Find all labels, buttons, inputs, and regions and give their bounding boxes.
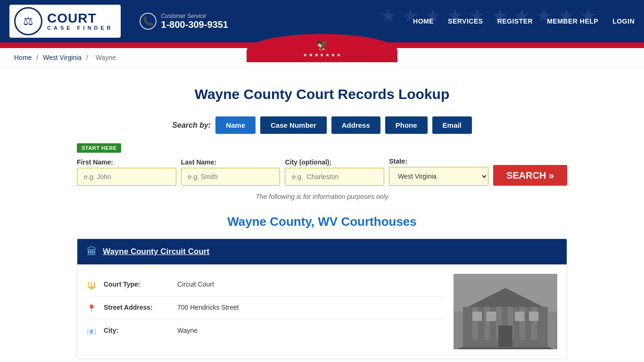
state-label: State: <box>389 157 488 165</box>
tab-phone[interactable]: Phone <box>385 116 428 134</box>
breadcrumb-state[interactable]: West Virginia <box>43 54 82 61</box>
start-here-badge: START HERE <box>77 143 121 153</box>
stars-line: ★ ★ ★ ★ ★ ★ ★ <box>303 52 341 58</box>
cs-phone: 1-800-309-9351 <box>161 19 228 30</box>
court-type-row: 🔱 Court Type: Circuit Court <box>87 274 444 297</box>
logo-emblem: ⚖ <box>14 7 42 35</box>
breadcrumb-sep1: / <box>36 54 40 61</box>
nav-login[interactable]: LOGIN <box>612 17 635 25</box>
logo-case-finder-text: CASE FINDER <box>47 25 114 31</box>
courthouse-card: 🏛 Wayne County Circuit Court 🔱 Court Typ… <box>77 239 567 359</box>
city-detail-value: Wayne <box>177 327 198 334</box>
eagle-icon: 🦅 <box>316 39 329 51</box>
courthouse-name[interactable]: Wayne County Circuit Court <box>103 247 209 256</box>
customer-service: 📞 Customer Service 1-800-309-9351 <box>140 13 228 30</box>
address-row: 📍 Street Address: 700 Hendricks Street <box>87 297 444 320</box>
nav-services[interactable]: SERVICES <box>448 17 483 25</box>
court-type-label: Court Type: <box>104 280 170 288</box>
first-name-input[interactable] <box>77 168 176 186</box>
search-button[interactable]: SEARCH » <box>493 165 567 186</box>
state-select[interactable]: West Virginia AlabamaAlaskaArizona Arkan… <box>389 167 488 186</box>
tab-name[interactable]: Name <box>215 116 256 134</box>
logo-text: COURT CASE FINDER <box>47 12 114 31</box>
city-group: City (optional): <box>285 158 384 186</box>
city-label: City (optional): <box>285 158 384 166</box>
courthouses-title: Wayne County, WV Courthouses <box>77 214 567 229</box>
breadcrumb-sep2: / <box>86 54 90 61</box>
location-pin-icon: 📍 <box>87 304 96 313</box>
page-title: Wayne County Court Records Lookup <box>77 86 567 102</box>
search-by-label: Search by: <box>172 121 211 130</box>
courthouse-building-svg <box>454 274 557 349</box>
state-group: State: West Virginia AlabamaAlaskaArizon… <box>389 157 488 186</box>
svg-rect-17 <box>454 274 557 349</box>
cs-label: Customer Service <box>161 13 228 19</box>
ribbon: 🦅 ★ ★ ★ ★ ★ ★ ★ <box>0 42 644 48</box>
courthouse-details: 🔱 Court Type: Circuit Court 📍 Street Add… <box>87 274 444 349</box>
last-name-input[interactable] <box>181 168 281 186</box>
main-nav: HOME SERVICES REGISTER MEMBER HELP LOGIN <box>413 17 635 25</box>
city-input[interactable] <box>285 168 384 186</box>
main-content: Wayne County Court Records Lookup Search… <box>63 67 581 362</box>
nav-register[interactable]: REGISTER <box>497 17 533 25</box>
tab-case-number[interactable]: Case Number <box>260 116 327 134</box>
nav-home[interactable]: HOME <box>413 17 434 25</box>
address-value: 700 Hendricks Street <box>177 304 239 311</box>
nav-member-help[interactable]: MEMBER HELP <box>547 17 598 25</box>
last-name-group: Last Name: <box>181 158 281 186</box>
address-label: Street Address: <box>104 304 170 311</box>
last-name-label: Last Name: <box>181 158 281 166</box>
court-type-value: Circuit Court <box>177 280 214 288</box>
first-name-group: First Name: <box>77 158 176 186</box>
city-detail-label: City: <box>104 327 170 334</box>
search-tabs-row: Search by: Name Case Number Address Phon… <box>77 116 567 134</box>
logo[interactable]: ⚖ COURT CASE FINDER <box>9 5 121 38</box>
courthouse-header: 🏛 Wayne County Circuit Court <box>77 239 567 264</box>
city-row: 📧 City: Wayne <box>87 320 444 343</box>
phone-icon: 📞 <box>140 13 157 30</box>
courthouse-building-icon: 🏛 <box>87 246 97 258</box>
city-icon: 📧 <box>87 327 96 336</box>
gavel-icon: 🔱 <box>87 281 96 290</box>
tab-address[interactable]: Address <box>331 116 380 134</box>
courthouse-body: 🔱 Court Type: Circuit Court 📍 Street Add… <box>77 264 567 359</box>
breadcrumb-county: Wayne <box>96 54 116 61</box>
logo-court-text: COURT <box>47 12 114 25</box>
search-form: First Name: Last Name: City (optional): … <box>77 157 567 186</box>
tab-email[interactable]: Email <box>432 116 472 134</box>
breadcrumb-home[interactable]: Home <box>14 54 32 61</box>
courthouse-image <box>454 274 557 349</box>
first-name-label: First Name: <box>77 158 176 166</box>
cs-info: Customer Service 1-800-309-9351 <box>161 13 228 30</box>
info-text: The following is for information purpose… <box>77 193 567 200</box>
